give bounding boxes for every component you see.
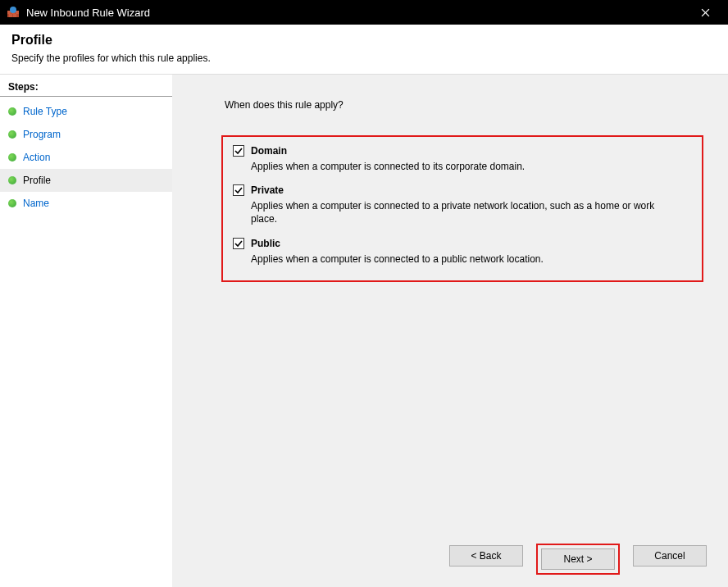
bullet-icon bbox=[8, 107, 16, 116]
option-description: Applies when a computer is connected to … bbox=[251, 160, 677, 173]
bullet-icon bbox=[8, 176, 16, 184]
cancel-button[interactable]: Cancel bbox=[633, 545, 707, 567]
option-label: Private bbox=[251, 184, 284, 196]
page-title: Profile bbox=[11, 33, 717, 48]
step-label: Program bbox=[23, 129, 61, 140]
profile-options-highlight: Domain Applies when a computer is connec… bbox=[221, 135, 703, 282]
steps-sidebar: Steps: Rule Type Program Action Profile … bbox=[0, 75, 172, 587]
svg-rect-5 bbox=[13, 14, 16, 17]
titlebar: New Inbound Rule Wizard bbox=[0, 0, 728, 25]
option-domain: Domain Applies when a computer is connec… bbox=[233, 145, 692, 173]
step-profile[interactable]: Profile bbox=[0, 169, 172, 192]
close-icon[interactable] bbox=[689, 0, 721, 25]
step-action[interactable]: Action bbox=[0, 146, 172, 169]
step-label: Profile bbox=[23, 175, 51, 186]
next-button-highlight: Next > bbox=[536, 544, 620, 575]
option-public: Public Applies when a computer is connec… bbox=[233, 238, 692, 266]
wizard-header: Profile Specify the profiles for which t… bbox=[0, 25, 728, 75]
window-title: New Inbound Rule Wizard bbox=[26, 7, 689, 19]
bullet-icon bbox=[8, 153, 16, 162]
option-label: Public bbox=[251, 238, 280, 249]
page-subtitle: Specify the profiles for which this rule… bbox=[11, 52, 717, 64]
checkbox-public[interactable] bbox=[233, 238, 244, 249]
back-button[interactable]: < Back bbox=[449, 545, 523, 567]
firewall-icon bbox=[7, 6, 20, 19]
wizard-footer: < Back Next > Cancel bbox=[448, 544, 708, 575]
option-label: Domain bbox=[251, 145, 287, 157]
step-label: Name bbox=[23, 198, 49, 209]
step-name[interactable]: Name bbox=[0, 192, 172, 215]
bullet-icon bbox=[8, 130, 16, 139]
step-program[interactable]: Program bbox=[0, 123, 172, 146]
option-description: Applies when a computer is connected to … bbox=[251, 199, 677, 225]
bullet-icon bbox=[8, 199, 16, 207]
steps-heading: Steps: bbox=[0, 80, 172, 97]
svg-point-6 bbox=[10, 7, 16, 13]
svg-rect-4 bbox=[9, 14, 12, 17]
checkbox-domain[interactable] bbox=[233, 145, 244, 157]
checkbox-private[interactable] bbox=[233, 184, 244, 196]
option-private: Private Applies when a computer is conne… bbox=[233, 184, 692, 225]
question-text: When does this rule apply? bbox=[225, 99, 703, 111]
option-description: Applies when a computer is connected to … bbox=[251, 253, 677, 266]
step-label: Action bbox=[23, 152, 50, 163]
step-rule-type[interactable]: Rule Type bbox=[0, 100, 172, 123]
main-panel: When does this rule apply? Domain Applie… bbox=[172, 75, 728, 587]
next-button[interactable]: Next > bbox=[541, 548, 615, 570]
step-label: Rule Type bbox=[23, 106, 67, 117]
